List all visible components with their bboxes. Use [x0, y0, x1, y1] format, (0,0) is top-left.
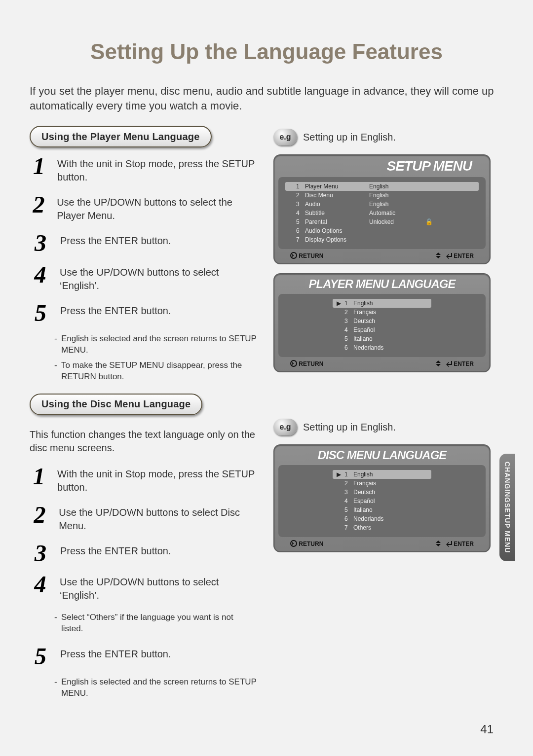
step-number: 4	[30, 574, 51, 602]
section1-notes: English is selected and the screen retur…	[54, 333, 257, 383]
eg-badge: e.g	[273, 419, 297, 435]
example-row: e.g Setting up in English.	[273, 129, 491, 145]
step-text: Press the ENTER button.	[60, 302, 171, 324]
lock-icon	[423, 218, 435, 225]
step-number: 1	[30, 466, 48, 494]
osd-body: ▶1English 2Français 3Deutsch 4Español 5I…	[278, 465, 486, 537]
osd-foot-enter: ENTER	[454, 252, 474, 259]
note-text: Select “Others” if the language you want…	[54, 612, 257, 635]
section2-heading: Using the Disc Menu Language	[41, 398, 190, 410]
step-number: 2	[30, 194, 48, 222]
page-number: 41	[480, 722, 494, 736]
updown-icon	[434, 252, 443, 259]
lang-item: 4Español	[333, 325, 431, 334]
osd-item: 5ParentalUnlocked	[285, 217, 479, 226]
updown-icon	[434, 540, 443, 547]
lang-item: 6Nederlands	[333, 514, 431, 523]
lang-item: ▶1English	[333, 299, 431, 308]
osd-foot-return: RETURN	[299, 360, 323, 367]
osd-item: 2Disc MenuEnglish	[285, 191, 479, 200]
osd-item: 6Audio Options	[285, 226, 479, 235]
osd-item: 1Player MenuEnglish	[285, 182, 479, 191]
osd-footer: RETURN ENTER	[278, 249, 486, 259]
eg-text: Setting up in English.	[303, 132, 396, 143]
enter-icon	[444, 540, 452, 547]
return-icon	[290, 540, 297, 547]
osd-foot-return: RETURN	[299, 540, 323, 547]
return-icon	[290, 360, 297, 367]
step-number: 5	[30, 646, 51, 667]
example-row: e.g Setting up in English.	[273, 419, 491, 435]
section2-notes-end: English is selected and the screen retur…	[54, 677, 257, 699]
side-tab-line1: CHANGING	[503, 462, 511, 503]
step-number: 2	[30, 504, 50, 533]
lang-item: 6Nederlands	[333, 343, 431, 352]
eg-text: Setting up in English.	[303, 422, 396, 433]
step-number: 1	[30, 155, 48, 184]
osd-body: 1Player MenuEnglish 2Disc MenuEnglish 3A…	[278, 177, 486, 249]
section2-steps-cont: 5Press the ENTER button.	[30, 646, 257, 667]
lang-item: 2Français	[333, 479, 431, 488]
osd-header: DISC MENU LANGUAGE	[278, 448, 486, 465]
section2-steps: 1With the unit in Stop mode, press the S…	[30, 466, 257, 602]
note-text: English is selected and the screen retur…	[54, 677, 257, 699]
osd-foot-enter: ENTER	[454, 540, 474, 547]
osd-footer: RETURN ENTER	[278, 357, 486, 367]
osd-body: ▶1English 2Français 3Deutsch 4Español 5I…	[278, 294, 486, 357]
lang-item: 5Italiano	[333, 334, 431, 343]
section2-heading-pill: Using the Disc Menu Language	[30, 394, 202, 415]
step-text: With the unit in Stop mode, press the SE…	[57, 155, 257, 184]
note-text: To make the SETUP MENU disappear, press …	[54, 360, 257, 383]
section2-description: This function changes the text language …	[30, 428, 257, 455]
lang-item: 7Others	[333, 523, 431, 532]
section1-heading-pill: Using the Player Menu Language	[30, 126, 212, 147]
osd-foot-return: RETURN	[299, 252, 323, 259]
eg-badge: e.g	[273, 129, 297, 145]
step-number: 3	[30, 232, 51, 253]
step-text: Press the ENTER button.	[60, 232, 171, 253]
enter-icon	[444, 360, 452, 367]
osd-foot-enter: ENTER	[454, 360, 474, 367]
osd-item: 4SubtitleAutomatic	[285, 209, 479, 217]
osd-setup-menu: SETUP MENU 1Player MenuEnglish 2Disc Men…	[273, 154, 491, 264]
step-text: Use the UP/DOWN buttons to select Disc M…	[59, 504, 257, 533]
osd-disc-menu-language: DISC MENU LANGUAGE ▶1English 2Français 3…	[273, 444, 491, 552]
play-icon: ▶	[333, 471, 344, 478]
play-icon: ▶	[333, 300, 344, 307]
step-number: 4	[30, 264, 51, 292]
section1-heading: Using the Player Menu Language	[41, 131, 200, 143]
osd-footer: RETURN ENTER	[278, 537, 486, 547]
section-tab: CHANGING SETUP MENU	[499, 454, 515, 561]
lang-item: 5Italiano	[333, 505, 431, 514]
step-text: Use the UP/DOWN buttons to select ‘Engli…	[60, 264, 257, 292]
osd-item: 7Display Options	[285, 235, 479, 244]
enter-icon	[444, 252, 452, 259]
osd-header: PLAYER MENU LANGUAGE	[278, 277, 486, 294]
step-text: Press the ENTER button.	[60, 646, 171, 667]
side-tab-line2: SETUP MENU	[503, 503, 511, 553]
section1-steps: 1With the unit in Stop mode, press the S…	[30, 155, 257, 323]
note-text: English is selected and the screen retur…	[54, 333, 257, 356]
return-icon	[290, 252, 297, 259]
step-text: Use the UP/DOWN buttons to select the Pl…	[57, 194, 257, 222]
step-text: With the unit in Stop mode, press the SE…	[57, 466, 257, 494]
lang-item: 2Français	[333, 308, 431, 317]
lang-item: 3Deutsch	[333, 317, 431, 325]
step-number: 3	[30, 542, 51, 564]
lang-item: ▶1English	[333, 470, 431, 479]
lang-item: 4Español	[333, 497, 431, 505]
intro-text: If you set the player menu, disc menu, a…	[30, 84, 503, 113]
updown-icon	[434, 360, 443, 367]
page-title: Setting Up the Language Features	[30, 39, 503, 64]
osd-item: 3AudioEnglish	[285, 200, 479, 209]
section2-notes-mid: Select “Others” if the language you want…	[54, 612, 257, 635]
step-number: 5	[30, 302, 51, 324]
osd-header: SETUP MENU	[278, 158, 486, 177]
step-text: Use the UP/DOWN buttons to select ‘Engli…	[60, 574, 257, 602]
lang-item: 3Deutsch	[333, 488, 431, 497]
osd-player-menu-language: PLAYER MENU LANGUAGE ▶1English 2Français…	[273, 273, 491, 372]
step-text: Press the ENTER button.	[60, 542, 171, 564]
